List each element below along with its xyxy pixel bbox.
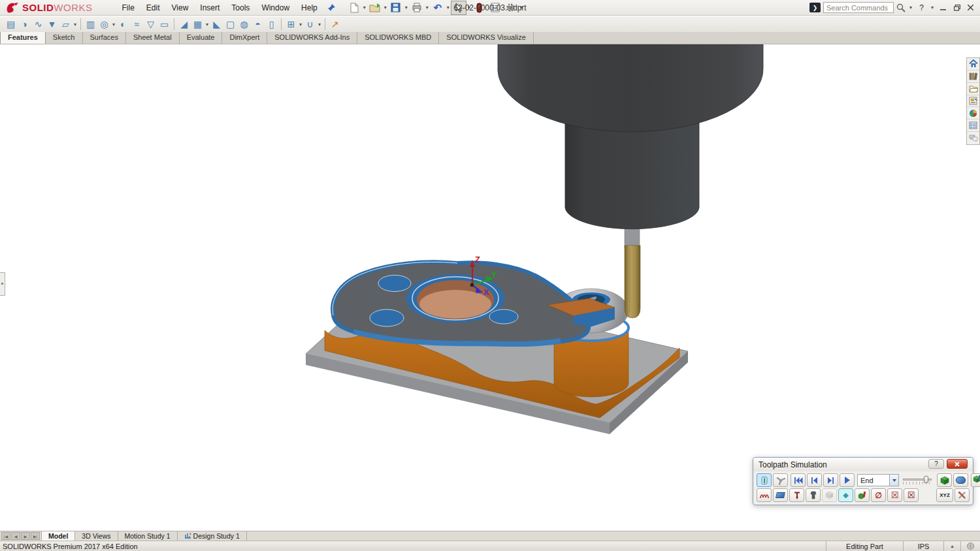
combo-caret-icon[interactable] (889, 475, 898, 486)
search-dropdown-caret[interactable]: ▾ (908, 5, 913, 10)
options-dropdown-caret[interactable]: ▾ (519, 5, 524, 10)
menu-tools[interactable]: Tools (225, 1, 255, 15)
tab-motion-study-1[interactable]: Motion Study 1 (118, 531, 178, 541)
menu-window[interactable]: Window (255, 1, 295, 15)
step-forward-button[interactable] (823, 473, 838, 487)
view-palette-icon[interactable] (967, 95, 979, 108)
turbo-mode-button[interactable] (773, 473, 788, 487)
tab-solidworks-visualize[interactable]: SOLIDWORKS Visualize (439, 31, 533, 44)
solidworks-forum-icon[interactable] (967, 132, 979, 144)
play-button[interactable] (840, 473, 855, 487)
select-icon[interactable] (451, 1, 466, 15)
simulation-options-button[interactable] (955, 488, 970, 502)
search-scope-icon[interactable]: ❯ (809, 3, 821, 12)
tool-display-button[interactable] (789, 488, 804, 502)
tab-sketch[interactable]: Sketch (46, 31, 83, 44)
skip-to-start-button[interactable] (791, 473, 806, 487)
save-stock-button[interactable] (971, 473, 980, 487)
speed-slider[interactable] (902, 474, 933, 487)
menu-help[interactable]: Help (295, 1, 323, 15)
slider-handle[interactable] (924, 476, 928, 483)
tab-evaluate[interactable]: Evaluate (180, 31, 223, 44)
shell-icon[interactable]: ▢ (223, 18, 237, 31)
custom-properties-icon[interactable] (967, 119, 979, 132)
gouge-check-2-button[interactable]: ☒ (904, 488, 919, 502)
lofted-boss-icon[interactable]: ▼ (45, 18, 59, 31)
menu-edit[interactable]: Edit (140, 1, 166, 15)
tab-surfaces[interactable]: Surfaces (83, 31, 126, 44)
toolpath-display-button[interactable] (757, 488, 772, 502)
tab-dimxpert[interactable]: DimXpert (222, 31, 267, 44)
swept-cut-icon[interactable]: ≈ (130, 18, 144, 31)
machined-top-face[interactable] (333, 262, 615, 344)
instant-3d-icon[interactable]: ↗ (328, 18, 342, 31)
units-dropdown-caret[interactable]: ▲ (943, 541, 960, 551)
search-commands-input[interactable] (823, 2, 894, 13)
curves-icon[interactable]: ∪ (303, 18, 317, 31)
tab-sheet-metal[interactable]: Sheet Metal (126, 31, 180, 44)
boundary-cut-icon[interactable]: ▭ (157, 18, 171, 31)
boss-dropdown-caret[interactable]: ▾ (73, 22, 78, 27)
minimize-icon[interactable] (938, 3, 949, 13)
help-dropdown-caret[interactable]: ▾ (930, 5, 935, 10)
chip-display-button[interactable]: ◆ (838, 488, 853, 502)
solidworks-resources-icon[interactable] (967, 58, 979, 71)
dome-icon[interactable]: ◓ (251, 18, 265, 31)
tab-solidworks-mbd[interactable]: SOLIDWORKS MBD (357, 31, 439, 44)
menu-insert[interactable]: Insert (194, 1, 225, 15)
xyz-position-button[interactable]: XYZ (936, 488, 953, 502)
hole-wizard-icon[interactable]: ◎ (97, 18, 111, 31)
units-status[interactable]: IPS (903, 541, 943, 551)
undo-icon[interactable]: ↶ (430, 1, 446, 15)
featuremanager-flyout-handle[interactable] (0, 272, 5, 296)
tab-design-study-1[interactable]: Design Study 1 (178, 531, 247, 541)
tab-scroll-next-icon[interactable]: ▶ (21, 532, 30, 540)
revolved-boss-icon[interactable]: ◑ (18, 18, 31, 31)
lofted-cut-icon[interactable]: ▽ (144, 18, 157, 31)
rebuild-icon[interactable] (472, 1, 487, 15)
save-dropdown-caret[interactable]: ▾ (404, 5, 409, 10)
close-icon[interactable] (965, 3, 976, 13)
mirror-icon[interactable]: ▯ (265, 18, 278, 31)
end-mode-select[interactable]: End (857, 474, 899, 486)
file-properties-icon[interactable] (487, 1, 503, 15)
restore-icon[interactable] (951, 3, 962, 13)
draft-icon[interactable]: ◣ (210, 18, 223, 31)
show-target-button[interactable] (953, 473, 968, 487)
curves-dropdown-caret[interactable]: ▾ (317, 22, 322, 27)
show-stock-button[interactable] (937, 473, 952, 487)
extruded-boss-icon[interactable]: ▤ (4, 18, 18, 31)
pin-menu-icon[interactable] (327, 3, 336, 12)
menu-file[interactable]: File (116, 1, 140, 15)
options-gear-icon[interactable] (503, 1, 519, 15)
new-icon[interactable] (346, 1, 362, 15)
suppress-collision-check-button[interactable]: ∅ (871, 488, 886, 502)
stop-on-collision-button[interactable] (855, 488, 870, 502)
file-explorer-icon[interactable] (967, 83, 979, 95)
search-icon[interactable] (896, 3, 906, 12)
tab-scroll-last-icon[interactable]: ▶| (31, 532, 40, 540)
help-icon[interactable]: ? (916, 3, 927, 13)
tab-features[interactable]: Features (0, 31, 46, 44)
new-dropdown-caret[interactable]: ▾ (362, 5, 367, 10)
print-icon[interactable] (409, 1, 425, 15)
tool-holder-display-button[interactable] (757, 473, 772, 487)
fillet-icon[interactable]: ◢ (177, 18, 191, 31)
pattern-dropdown-caret[interactable]: ▾ (204, 22, 210, 27)
open-dropdown-caret[interactable]: ▾ (383, 5, 388, 10)
dialog-close-button[interactable] (947, 459, 968, 469)
wrap-icon[interactable]: ◍ (237, 18, 251, 31)
step-back-button[interactable] (807, 473, 822, 487)
extruded-cut-icon[interactable]: ▥ (84, 18, 97, 31)
print-dropdown-caret[interactable]: ▾ (425, 5, 430, 10)
dialog-help-button[interactable]: ? (928, 459, 944, 469)
holder-display-button[interactable] (806, 488, 821, 502)
save-icon[interactable] (388, 1, 404, 15)
tab-scroll-first-icon[interactable]: |◀ (1, 532, 10, 540)
tab-solidworks-add-ins[interactable]: SOLIDWORKS Add-Ins (267, 31, 357, 44)
reference-geometry-dropdown-caret[interactable]: ▾ (298, 22, 303, 27)
select-dropdown-caret[interactable]: ▾ (466, 5, 472, 10)
fixture-display-button[interactable] (822, 488, 837, 502)
revolved-cut-icon[interactable]: ◐ (116, 18, 130, 31)
machined-stock-display-button[interactable] (773, 488, 788, 502)
